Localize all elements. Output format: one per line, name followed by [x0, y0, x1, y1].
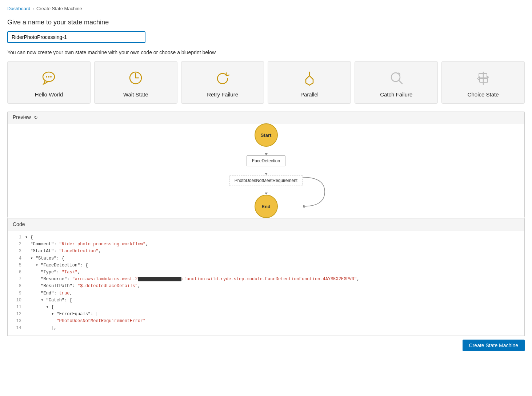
svg-point-3: [50, 76, 52, 78]
blueprint-hello-world[interactable]: Hello World: [7, 61, 91, 104]
blueprint-parallel[interactable]: Parallel: [268, 61, 351, 104]
flow-node-photo-not-meet: PhotoDoesNotMeetRequirement: [229, 175, 303, 186]
blueprint-choice-state[interactable]: Choice State: [441, 61, 525, 104]
code-line-13: 13 "PhotoDoesNotMeetRequirementError": [13, 318, 519, 325]
code-line-12: 12 ▾ "ErrorEquals": [: [13, 311, 519, 318]
blueprint-description: You can now create your own state machin…: [7, 50, 525, 55]
code-line-1: 1 ▾ {: [13, 234, 519, 241]
code-line-6: 6 "Type": "Task",: [13, 269, 519, 276]
preview-area: Start FaceDetection PhotoDoesNotMeetRequ…: [8, 123, 524, 218]
arrow-photo-to-end: [265, 186, 268, 195]
breadcrumb-current: Create State Machine: [36, 6, 82, 11]
svg-line-8: [306, 76, 309, 79]
arrow-fd-to-photo: [265, 166, 268, 175]
code-line-7: 7 "Resource": "arn:aws:lambda:us-west-2:…: [13, 276, 519, 283]
code-label: Code: [13, 221, 25, 227]
blueprint-wait-state-label: Wait State: [123, 91, 148, 98]
loop-arc-svg: [303, 170, 332, 214]
preview-panel-header: Preview ↻: [8, 111, 524, 123]
code-line-5: 5 ▾ "FaceDetection": {: [13, 262, 519, 269]
state-machine-name-input[interactable]: [7, 31, 145, 43]
svg-line-12: [306, 83, 309, 85]
parallel-icon: [299, 69, 320, 87]
svg-line-9: [309, 76, 313, 79]
retry-failure-icon: [212, 69, 233, 87]
svg-line-15: [399, 80, 402, 84]
wait-state-icon: [125, 69, 147, 87]
code-line-11: 11 ▾ {: [13, 304, 519, 311]
code-panel: Code 1 ▾ { 2 "Comment": "Rider photo pro…: [7, 218, 525, 336]
blueprints-container: Hello World Wait State Retry Failure: [7, 61, 525, 104]
code-line-3: 3 "StartAt": "FaceDetection",: [13, 248, 519, 255]
preview-panel: Preview ↻ Start FaceDetection Photo: [7, 111, 525, 218]
code-line-9: 9 "End": true,: [13, 290, 519, 297]
code-line-2: 2 "Comment": "Rider photo processing wor…: [13, 241, 519, 248]
blueprint-parallel-label: Parallel: [300, 91, 319, 98]
hello-world-icon: [38, 69, 60, 87]
svg-point-1: [46, 76, 47, 78]
blueprint-hello-world-label: Hello World: [35, 91, 63, 98]
code-line-10: 10 ▾ "Catch": [: [13, 297, 519, 304]
breadcrumb-home[interactable]: Dashboard: [7, 6, 31, 11]
arrow-start-to-fd: [265, 147, 268, 155]
code-area[interactable]: 1 ▾ { 2 "Comment": "Rider photo processi…: [8, 230, 524, 336]
blueprint-choice-state-label: Choice State: [468, 91, 499, 98]
flow-node-end: End: [255, 195, 278, 218]
blueprint-wait-state[interactable]: Wait State: [94, 61, 177, 104]
page-title: Give a name to your state machine: [7, 19, 525, 26]
catch-failure-icon: [385, 69, 407, 87]
preview-label: Preview: [13, 114, 31, 120]
blueprint-retry-failure-label: Retry Failure: [207, 91, 238, 98]
code-line-14: 14 ],: [13, 325, 519, 332]
bottom-bar: Create State Machine: [7, 336, 525, 351]
code-panel-header: Code: [8, 218, 524, 230]
create-state-machine-button[interactable]: Create State Machine: [463, 340, 525, 351]
blueprint-retry-failure[interactable]: Retry Failure: [181, 61, 264, 104]
flow-node-face-detection: FaceDetection: [247, 155, 285, 166]
refresh-icon[interactable]: ↻: [34, 115, 38, 120]
blueprint-catch-failure[interactable]: Catch Failure: [355, 61, 438, 104]
breadcrumb: Dashboard › Create State Machine: [7, 6, 525, 11]
code-line-8: 8 "ResultPath": "$.detectedFaceDetails",: [13, 283, 519, 290]
flow-node-start: Start: [255, 123, 278, 147]
svg-marker-20: [477, 77, 480, 80]
choice-state-icon: [472, 69, 494, 87]
svg-line-13: [309, 83, 313, 85]
svg-point-2: [48, 76, 49, 78]
blueprint-catch-failure-label: Catch Failure: [380, 91, 412, 98]
code-line-4: 4 ▾ "States": {: [13, 255, 519, 262]
flow-diagram: Start FaceDetection PhotoDoesNotMeetRequ…: [229, 123, 303, 218]
breadcrumb-separator: ›: [33, 6, 34, 11]
